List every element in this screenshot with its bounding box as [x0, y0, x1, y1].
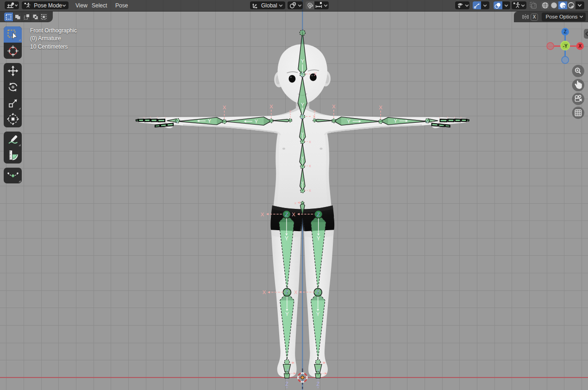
svg-text:Z: Z	[301, 72, 304, 77]
svg-text:z: z	[426, 120, 428, 124]
svg-text:x: x	[294, 201, 296, 205]
svg-text:z: z	[176, 120, 178, 124]
svg-text:z: z	[318, 368, 320, 372]
svg-text:X: X	[332, 104, 336, 109]
svg-text:Y: Y	[255, 119, 258, 124]
svg-text:Y: Y	[316, 311, 320, 317]
svg-text:y: y	[289, 109, 291, 113]
svg-text:Y: Y	[208, 118, 212, 124]
svg-text:X: X	[294, 289, 298, 295]
svg-text:Y: Y	[285, 235, 288, 242]
svg-text:y: y	[314, 109, 316, 113]
svg-text:x: x	[309, 164, 311, 168]
svg-text:X: X	[578, 43, 582, 49]
svg-text:x: x	[309, 188, 311, 193]
svg-text:X: X	[261, 212, 264, 217]
svg-text:Y: Y	[301, 102, 305, 107]
svg-text:X: X	[292, 212, 295, 217]
svg-text:z: z	[287, 368, 289, 372]
svg-text:X: X	[379, 105, 382, 110]
svg-text:Z: Z	[285, 381, 288, 387]
svg-text:x: x	[309, 139, 311, 144]
svg-text:Z: Z	[563, 29, 567, 34]
svg-text:Y: Y	[301, 58, 305, 64]
svg-text:Y: Y	[317, 235, 320, 242]
svg-text:Z: Z	[301, 114, 304, 120]
svg-text:X: X	[263, 289, 266, 295]
svg-text:X: X	[223, 105, 226, 110]
svg-text:X: X	[313, 71, 317, 77]
svg-text:y: y	[301, 180, 304, 185]
svg-text:Z: Z	[285, 212, 288, 217]
svg-text:X: X	[269, 104, 273, 109]
svg-text:y: y	[301, 155, 304, 160]
svg-text:Y: Y	[285, 311, 289, 317]
svg-text:Y: Y	[394, 118, 397, 124]
svg-text:Y: Y	[347, 119, 350, 124]
svg-text:Z: Z	[286, 289, 289, 295]
svg-text:Z: Z	[316, 289, 319, 295]
svg-text:Z: Z	[317, 212, 320, 217]
svg-text:-Y: -Y	[563, 44, 568, 49]
svg-text:y: y	[301, 131, 304, 136]
svg-text:Z: Z	[317, 381, 320, 387]
svg-text:x: x	[313, 114, 315, 119]
